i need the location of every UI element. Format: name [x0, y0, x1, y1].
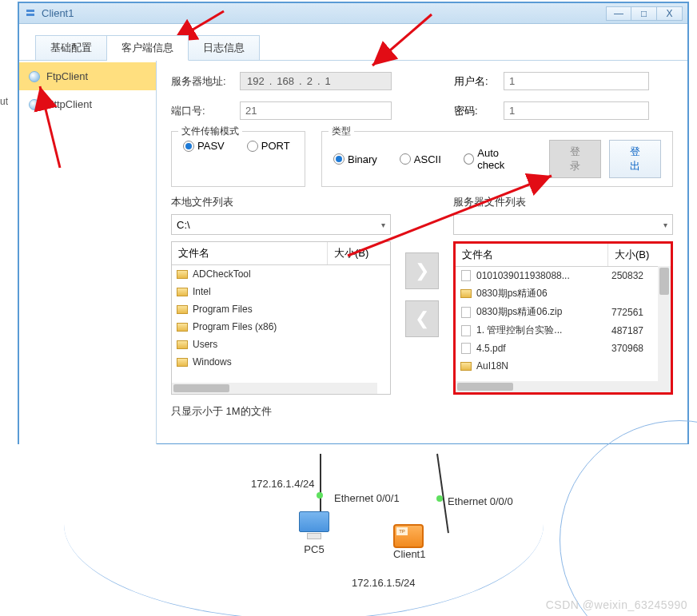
eth1-label: Ethernet 0/0/0	[448, 495, 513, 507]
client1-node[interactable]: TP Client1	[393, 524, 425, 560]
file-icon	[459, 306, 473, 319]
local-file-table: 文件名 大小(B) ADCheckToolIntelProgram FilesP…	[171, 241, 391, 395]
titlebar: Client1 — □ X	[19, 3, 687, 24]
transfer-mode-legend: 文件传输模式	[178, 125, 242, 138]
type-fieldset: 类型 Binary ASCII Auto check 登录 登出	[321, 131, 673, 187]
transfer-mode-fieldset: 文件传输模式 PASV PORT	[171, 131, 305, 187]
pc5-ip-label: 172.16.1.4/24	[251, 478, 315, 490]
window-title: Client1	[42, 7, 606, 19]
footer-note: 只显示小于 1M的文件	[171, 404, 673, 419]
sidebar-item-httpclient[interactable]: HttpClient	[19, 90, 156, 118]
local-path-select[interactable]: C:\ ▾	[171, 214, 391, 235]
table-row[interactable]: 0830期ps精通06.zip772561	[456, 303, 671, 321]
watermark: CSDN @weixin_63245990	[546, 598, 687, 611]
radio-binary[interactable]: Binary	[333, 153, 377, 165]
tab-client-info[interactable]: 客户端信息	[107, 35, 189, 61]
password-input[interactable]	[504, 101, 649, 120]
table-row[interactable]: 1. 管理控制台实验...487187	[456, 321, 671, 340]
window-buttons: — □ X	[606, 6, 683, 21]
file-icon	[459, 269, 473, 282]
sidebar-item-label: FtpClient	[46, 70, 88, 82]
pc5-node[interactable]: PC5	[296, 511, 333, 555]
sidebar: FtpClient HttpClient	[19, 61, 157, 444]
port-input[interactable]	[240, 101, 392, 120]
table-row[interactable]: 4.5.pdf370968	[456, 340, 671, 357]
file-icon	[459, 324, 473, 337]
login-button[interactable]: 登录	[549, 140, 601, 178]
folder-icon	[459, 288, 473, 300]
main-tabs: 基础配置 客户端信息 日志信息	[35, 35, 687, 61]
bullet-icon	[29, 71, 40, 82]
pc-icon	[296, 511, 333, 543]
client-window: Client1 — □ X 基础配置 客户端信息 日志信息 FtpClient …	[18, 2, 689, 445]
app-icon	[24, 7, 37, 20]
port-dot-icon	[436, 495, 443, 502]
col-filename: 文件名	[456, 244, 608, 266]
eth0-label: Ethernet 0/0/1	[334, 492, 400, 504]
server-address-label: 服务器地址:	[171, 74, 233, 89]
remote-files-title: 服务器文件列表	[453, 195, 673, 209]
username-input[interactable]	[504, 72, 649, 90]
sidebar-item-label: HttpClient	[46, 98, 92, 110]
col-size: 大小(B)	[608, 244, 671, 266]
folder-icon	[459, 360, 473, 372]
folder-icon	[175, 338, 189, 351]
bullet-icon	[29, 99, 40, 110]
table-row[interactable]: ADCheckTool	[172, 265, 390, 283]
download-button[interactable]: ❮	[405, 300, 439, 337]
radio-ascii[interactable]: ASCII	[400, 153, 441, 165]
client-icon: TP	[393, 524, 424, 548]
file-section: 本地文件列表 C:\ ▾ 文件名 大小(B) ADCheckToolIntelP…	[171, 195, 673, 395]
sidebar-item-ftpclient[interactable]: FtpClient	[19, 62, 156, 90]
logout-button[interactable]: 登出	[609, 140, 661, 178]
radio-port[interactable]: PORT	[247, 140, 290, 152]
cropped-text-left: ut	[0, 96, 11, 120]
col-filename: 文件名	[172, 242, 328, 264]
table-row[interactable]: Windows	[172, 353, 390, 371]
scrollbar-h[interactable]	[456, 381, 658, 392]
upload-button[interactable]: ❯	[405, 252, 439, 289]
password-label: 密码:	[454, 104, 497, 118]
network-diagram: 口连接设 172.16.1.4/24 Ethernet 0/0/1 Ethern…	[0, 444, 697, 616]
folder-icon	[175, 320, 189, 333]
table-row[interactable]: Program Files	[172, 300, 390, 318]
remote-file-table: 文件名 大小(B) 0101039011938088...2508320830期…	[453, 241, 673, 395]
port-dot-icon	[317, 492, 323, 499]
table-row[interactable]: 0830期ps精通06	[456, 284, 671, 303]
remote-path-select[interactable]: ▾	[453, 214, 673, 235]
local-files-title: 本地文件列表	[171, 195, 391, 209]
table-row[interactable]: Intel	[172, 283, 390, 300]
minimize-button[interactable]: —	[606, 6, 631, 21]
client1-ip-label: 172.16.1.5/24	[352, 577, 416, 589]
maximize-button[interactable]: □	[631, 6, 657, 21]
close-button[interactable]: X	[657, 6, 683, 21]
server-ip-input[interactable]: 192. 168. 2. 1	[240, 72, 392, 90]
radio-autocheck[interactable]: Auto check	[464, 147, 527, 171]
table-row[interactable]: Users	[172, 336, 390, 353]
radio-pasv[interactable]: PASV	[183, 140, 225, 152]
table-row[interactable]: AuI18N	[456, 357, 671, 375]
transfer-buttons: ❯ ❮	[405, 252, 439, 337]
remote-file-column: 服务器文件列表 ▾ 文件名 大小(B) 0101039011938088...2…	[453, 195, 673, 395]
folder-icon	[175, 285, 189, 298]
tab-log-info[interactable]: 日志信息	[189, 35, 260, 61]
folder-icon	[175, 268, 189, 280]
scrollbar-v[interactable]	[658, 266, 671, 392]
main-panel: 服务器地址: 192. 168. 2. 1 用户名: 端口号: 密码:	[157, 61, 687, 444]
chevron-down-icon: ▾	[381, 221, 385, 229]
col-size: 大小(B)	[328, 242, 390, 264]
folder-icon	[175, 303, 189, 316]
type-legend: 类型	[329, 125, 354, 138]
scrollbar-h[interactable]	[172, 383, 377, 394]
username-label: 用户名:	[454, 74, 497, 89]
tab-basic-config[interactable]: 基础配置	[35, 35, 107, 61]
content: FtpClient HttpClient 服务器地址: 192. 168. 2.…	[19, 60, 687, 444]
chevron-down-icon: ▾	[663, 221, 667, 229]
folder-icon	[175, 356, 189, 368]
table-row[interactable]: 0101039011938088...250832	[456, 267, 671, 284]
port-label: 端口号:	[171, 104, 233, 118]
file-icon	[459, 342, 473, 355]
local-file-column: 本地文件列表 C:\ ▾ 文件名 大小(B) ADCheckToolIntelP…	[171, 195, 391, 395]
table-row[interactable]: Program Files (x86)	[172, 318, 390, 336]
